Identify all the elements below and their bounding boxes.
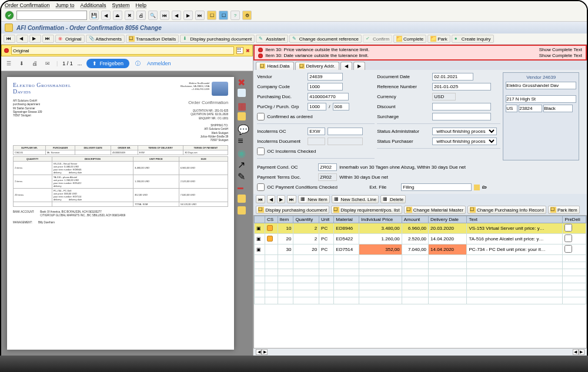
paychk-checkbox[interactable] <box>257 183 265 191</box>
disp-req-button[interactable]: ☐Display requirement/pos. list <box>331 206 402 214</box>
table-row[interactable] <box>255 290 586 297</box>
col-ddate[interactable]: Delivery Date <box>429 216 467 223</box>
col-qty[interactable]: Quantity <box>293 216 319 223</box>
print-icon[interactable]: 🖨 <box>136 11 146 20</box>
vendorbox-city[interactable] <box>543 105 573 112</box>
table-row[interactable] <box>255 269 586 276</box>
docdate-field[interactable] <box>432 73 473 81</box>
next-icon[interactable]: ▶ <box>183 11 193 20</box>
table-row[interactable] <box>255 297 586 304</box>
nav-last2-icon[interactable]: ⏭ <box>287 195 296 203</box>
settings-icon[interactable]: ⚙ <box>242 11 252 20</box>
table-row[interactable] <box>255 262 586 269</box>
menu-help[interactable]: Help <box>136 2 147 8</box>
rail-highlight-icon[interactable]: ━ <box>238 183 246 191</box>
download-icon[interactable]: ⬇ <box>18 59 26 68</box>
nav-first-icon[interactable]: ⏮ <box>256 195 265 203</box>
vendorbox-zip[interactable] <box>519 105 542 112</box>
tab-scroll-left-icon[interactable]: ◀ <box>340 62 352 70</box>
scroll-left2-icon[interactable]: ◀ <box>573 349 579 355</box>
nav-end-icon[interactable]: ⏭ <box>42 35 54 43</box>
menu-sys[interactable]: System <box>112 2 130 8</box>
nav-prev2-icon[interactable]: ◀ <box>267 195 275 203</box>
prev-icon[interactable]: ◀ <box>172 11 181 20</box>
last-icon[interactable]: ⏭ <box>195 11 205 20</box>
session-icon[interactable]: ☐ <box>207 11 216 20</box>
row-detail-icon[interactable]: ▣ <box>256 247 261 252</box>
layout-icon[interactable]: ☐ <box>219 11 228 20</box>
save-icon[interactable]: 💾 <box>89 11 99 20</box>
predeli-check[interactable] <box>564 224 572 232</box>
rail-edit-icon[interactable]: ✎ <box>238 171 246 179</box>
surch-field[interactable] <box>432 113 491 120</box>
nav-next2-icon[interactable]: ▶ <box>277 195 285 203</box>
find-icon[interactable]: 🔍 <box>148 11 158 20</box>
col-text[interactable]: Text <box>467 216 563 223</box>
confirm-button[interactable]: ✔Confirm <box>363 35 392 43</box>
close-pdf-icon[interactable]: ✖ <box>238 77 246 85</box>
rail-comment-icon[interactable]: 💬 <box>238 124 246 132</box>
payoc-field[interactable] <box>318 163 337 171</box>
confirmed-checkbox[interactable] <box>257 113 265 120</box>
purgrp-field[interactable] <box>333 103 349 110</box>
purdoc-field[interactable] <box>308 93 349 100</box>
row-detail-icon[interactable]: ▣ <box>256 236 261 242</box>
ext-field[interactable] <box>401 183 472 191</box>
nav-prev-icon[interactable]: ◀ <box>16 35 28 43</box>
incoc-text[interactable] <box>328 128 363 135</box>
scroll-left-icon[interactable]: ◀ <box>256 349 262 355</box>
company-field[interactable] <box>308 83 343 91</box>
show-complete-1[interactable]: Show Complete Text <box>539 47 582 52</box>
vendorbox-name[interactable] <box>506 82 576 89</box>
menu-jump[interactable]: Jump to <box>56 2 75 8</box>
new-sched-button[interactable]: ▦New Sched. Line <box>332 195 379 203</box>
tab-head-data[interactable]: ☐Head.Data <box>256 62 293 70</box>
close-original-icon[interactable]: ✖ <box>246 48 250 53</box>
grid-scrollbar[interactable]: ◀▶ ◀▶ <box>253 348 587 356</box>
delete-button[interactable]: ▦Delete <box>380 195 406 203</box>
predeli-check[interactable] <box>564 234 572 242</box>
info-icon[interactable]: ⓘ <box>134 59 142 68</box>
col-pre[interactable]: PreDeli <box>563 216 586 223</box>
tab-scroll-right-icon[interactable]: ▶ <box>353 62 365 70</box>
vendor-field[interactable] <box>308 73 343 81</box>
create-inquiry-button[interactable]: ●Create inquiry <box>452 35 494 43</box>
menu-oc[interactable]: Order Confirmation <box>5 2 50 8</box>
col-cs[interactable]: CS <box>265 216 278 223</box>
col-amount[interactable]: Amount <box>402 216 428 223</box>
rail-pdf-icon[interactable]: ▦ <box>238 100 246 109</box>
rail-tag-icon[interactable] <box>238 112 246 120</box>
chg-rec-button[interactable]: ☐Change Purchasing Info Record <box>467 206 546 214</box>
trans-details-button[interactable]: ☐Transaction Details <box>126 35 179 43</box>
rail-folder-icon[interactable] <box>238 195 246 203</box>
rail-export-icon[interactable]: ↗ <box>238 159 246 167</box>
help-icon[interactable]: ? <box>230 11 240 20</box>
disp-purdoc2-button[interactable]: ☐Display purchasing document <box>256 206 329 214</box>
items-grid[interactable]: CS Item Quantity Unit Material Individua… <box>253 215 587 348</box>
new-item-button[interactable]: ▦New item <box>298 195 329 203</box>
assistant-button[interactable]: ✎Assistant <box>256 35 288 43</box>
menu-add[interactable]: Additionals <box>81 2 106 8</box>
display-purdoc-button[interactable]: ⬇Display purchasing document <box>180 35 255 43</box>
nav-start-icon[interactable]: ⏮ <box>4 35 15 43</box>
ext-folder-icon[interactable]: 🗁 <box>482 185 488 190</box>
email-icon[interactable]: ✉ <box>44 59 52 68</box>
picker-icon[interactable]: ☷ <box>236 47 243 54</box>
vendorbox-addr1[interactable] <box>506 95 576 103</box>
attachments-button[interactable]: 📎Attachments <box>86 35 125 43</box>
table-row[interactable]: ▣ 202PCED5422 1.260,002.520,0014.04.2020… <box>255 234 586 244</box>
incoc-field[interactable] <box>308 128 325 135</box>
ref-field[interactable] <box>432 83 491 91</box>
rail-view-icon[interactable] <box>238 89 246 97</box>
show-complete-2[interactable]: Show Complete Text <box>539 53 582 58</box>
table-row[interactable] <box>255 283 586 290</box>
park-item-button[interactable]: ☐Park item <box>548 206 580 214</box>
tab-delivery-addr[interactable]: ☐Delivery Addr. <box>295 62 339 70</box>
print-pdf-icon[interactable]: 🖨 <box>31 59 39 68</box>
chg-mat-button[interactable]: ☐Change Material Master <box>404 206 466 214</box>
first-icon[interactable]: ⏮ <box>160 11 169 20</box>
rail-more-icon[interactable] <box>238 206 246 215</box>
command-field[interactable] <box>16 11 87 20</box>
scroll-right2-icon[interactable]: ▶ <box>579 349 584 355</box>
purorg-field[interactable] <box>308 103 326 110</box>
